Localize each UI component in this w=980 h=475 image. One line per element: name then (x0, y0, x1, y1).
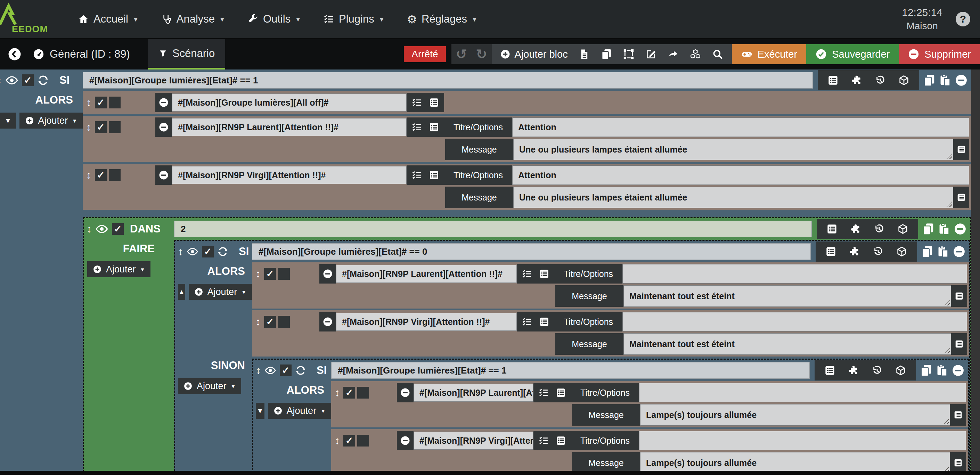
add-action-button[interactable]: Ajouter ▼ (189, 284, 252, 300)
history-icon[interactable] (873, 223, 885, 235)
condition-input[interactable]: #[Maison][Groupe lumières][Etat]# == 1 (331, 362, 810, 379)
remove-block-icon[interactable] (953, 245, 966, 258)
title-options-button[interactable]: Titre/Options (444, 118, 512, 137)
command-list-icon[interactable] (412, 122, 422, 132)
redo-button[interactable]: ↻ (472, 46, 492, 62)
resize-handle-icon[interactable] (943, 467, 949, 471)
add-action-button[interactable]: Ajouter ▼ (178, 378, 241, 394)
remove-block-icon[interactable] (954, 222, 967, 235)
action-enabled-checkbox[interactable]: ✓ (95, 169, 107, 181)
puzzle-icon[interactable] (848, 365, 859, 376)
message-input[interactable]: Lampe(s) toujours allumée (640, 404, 950, 426)
action-command-input[interactable]: #[Maison][RN9P Virgi][Attention !! (414, 432, 533, 450)
tab-scenario[interactable]: Scénario (148, 39, 225, 70)
command-list-icon[interactable] (412, 170, 422, 180)
execute-button[interactable]: Exécuter (732, 44, 806, 64)
action-option-checkbox[interactable] (357, 387, 369, 399)
blocks-summary-button[interactable] (689, 48, 701, 60)
block-enabled-checkbox[interactable]: ✓ (22, 75, 34, 86)
expression-table-icon[interactable] (824, 365, 835, 376)
delete-button[interactable]: Supprimer (899, 44, 980, 64)
action-command-input[interactable]: #[Maison][RN9P Laurent][Attention !!]# (336, 265, 517, 283)
block-enabled-checkbox[interactable]: ✓ (202, 246, 214, 257)
refresh-icon[interactable] (295, 365, 306, 376)
drag-handle-icon[interactable]: ↕ (86, 122, 91, 132)
message-input[interactable]: Une ou plusieurs lampes étaient allumée (513, 139, 953, 160)
cube-icon[interactable] (896, 246, 907, 257)
title-input[interactable]: Attention (512, 118, 969, 137)
title-input[interactable] (622, 312, 967, 332)
drag-handle-icon[interactable]: ↕ (86, 224, 92, 234)
action-command-input[interactable]: #[Maison][RN9P Laurent][Attentio (414, 384, 533, 402)
eye-icon[interactable] (264, 364, 276, 377)
breadcrumb[interactable]: Général (ID : 89) (29, 39, 134, 70)
command-list-icon[interactable] (412, 97, 422, 108)
resize-handle-icon[interactable] (945, 348, 950, 353)
search-button[interactable] (712, 48, 724, 60)
drag-handle-icon[interactable]: ↕ (255, 316, 261, 327)
remove-block-icon[interactable] (951, 364, 965, 377)
title-options-button[interactable]: Titre/Options (571, 383, 639, 402)
resize-handle-icon[interactable] (943, 419, 949, 424)
refresh-icon[interactable] (37, 75, 49, 86)
resize-handle-icon[interactable] (947, 202, 952, 207)
action-option-checkbox[interactable] (109, 97, 121, 108)
menu-outils[interactable]: Outils ▼ (247, 13, 301, 25)
remove-action-button[interactable] (397, 383, 414, 402)
menu-reglages[interactable]: ⚙ Réglages ▼ (407, 13, 477, 25)
title-options-button[interactable]: Titre/Options (571, 431, 639, 450)
message-detail-button[interactable] (951, 285, 967, 307)
paste-block-icon[interactable] (938, 222, 951, 235)
command-list-icon[interactable] (538, 435, 549, 446)
history-icon[interactable] (875, 75, 886, 86)
help-icon[interactable]: ? (956, 12, 970, 26)
title-input[interactable] (622, 264, 967, 284)
puzzle-icon[interactable] (849, 246, 860, 257)
collapse-button[interactable]: ▼ (256, 403, 264, 419)
copy-block-icon[interactable] (923, 74, 936, 87)
command-detail-icon[interactable] (556, 435, 566, 446)
title-input[interactable]: Attention (512, 165, 969, 185)
drag-handle-icon[interactable]: ↕ (256, 365, 261, 376)
action-enabled-checkbox[interactable]: ✓ (95, 97, 107, 108)
command-detail-icon[interactable] (539, 316, 549, 327)
edit-button[interactable] (645, 48, 657, 60)
duplicate-button[interactable] (600, 48, 612, 60)
remove-action-button[interactable] (155, 93, 172, 112)
command-list-icon[interactable] (538, 388, 549, 398)
action-enabled-checkbox[interactable]: ✓ (95, 121, 107, 133)
puzzle-icon[interactable] (851, 75, 862, 86)
remove-block-icon[interactable] (955, 74, 968, 87)
action-enabled-checkbox[interactable]: ✓ (264, 316, 276, 328)
action-option-checkbox[interactable] (278, 316, 290, 328)
command-detail-icon[interactable] (429, 97, 439, 108)
drag-handle-icon[interactable]: ↕ (86, 97, 91, 108)
title-options-button[interactable]: Titre/Options (554, 264, 622, 284)
condition-input[interactable]: #[Maison][Groupe lumières][Etat]# == 1 (83, 72, 813, 89)
command-detail-icon[interactable] (429, 122, 439, 132)
drag-handle-icon[interactable]: ↕ (335, 435, 340, 446)
title-options-button[interactable]: Titre/Options (554, 312, 622, 332)
message-input[interactable]: Maintenant tout est éteint (624, 333, 951, 355)
cube-icon[interactable] (898, 75, 910, 86)
message-input[interactable]: Maintenant tout est éteint (624, 285, 951, 307)
copy-block-icon[interactable] (921, 245, 934, 258)
remove-action-button[interactable] (319, 264, 336, 284)
back-button[interactable] (0, 39, 29, 70)
jeedom-logo[interactable]: EEDOM (0, 0, 56, 38)
action-command-input[interactable]: #[Maison][Groupe lumières][All off]# (172, 94, 407, 111)
drag-handle-icon[interactable]: ↕ (178, 246, 183, 257)
menu-plugins[interactable]: Plugins ▼ (323, 13, 385, 25)
message-detail-button[interactable] (951, 333, 967, 355)
drag-handle-icon[interactable]: ↕ (86, 170, 91, 180)
title-input[interactable] (639, 383, 966, 402)
copy-block-icon[interactable] (922, 222, 935, 235)
eye-icon[interactable] (5, 74, 18, 87)
message-detail-button[interactable] (950, 404, 966, 426)
cube-icon[interactable] (895, 365, 906, 376)
remove-action-button[interactable] (319, 312, 336, 332)
message-detail-button[interactable] (953, 139, 969, 160)
action-command-input[interactable]: #[Maison][RN9P Laurent][Attention !!]# (172, 118, 407, 136)
add-action-button[interactable]: Ajouter ▼ (19, 113, 83, 129)
block-enabled-checkbox[interactable]: ✓ (112, 223, 124, 235)
